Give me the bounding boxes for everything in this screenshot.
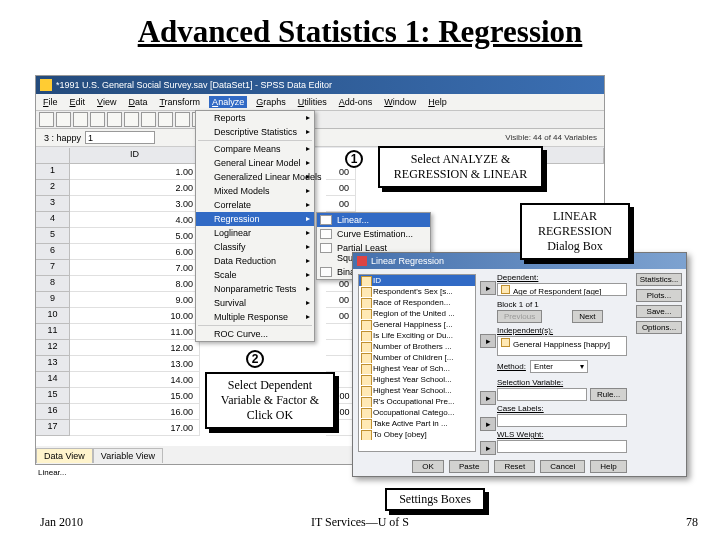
row-header[interactable]: 4 xyxy=(36,212,70,228)
menu-utilities[interactable]: Utilities xyxy=(295,96,330,108)
ok-button[interactable]: OK xyxy=(412,460,444,473)
row-header[interactable]: 16 xyxy=(36,404,70,420)
regression-item[interactable]: Linear... xyxy=(317,213,430,227)
analyze-item[interactable]: Compare Means xyxy=(196,142,314,156)
toolbar-find-icon[interactable] xyxy=(158,112,173,127)
rule-button[interactable]: Rule... xyxy=(590,388,627,401)
independent-list[interactable]: General Happiness [happy] xyxy=(497,336,627,356)
analyze-dropdown-menu[interactable]: ReportsDescriptive StatisticsCompare Mea… xyxy=(195,110,315,342)
variable-item[interactable]: ID xyxy=(359,275,475,286)
plots-button[interactable]: Plots... xyxy=(636,289,682,302)
move-to-independent-button[interactable]: ▸ xyxy=(480,334,496,348)
row-header[interactable]: 11 xyxy=(36,324,70,340)
case-labels-field[interactable] xyxy=(497,414,627,427)
row-header[interactable]: 2 xyxy=(36,180,70,196)
toolbar-print-icon[interactable] xyxy=(73,112,88,127)
analyze-item[interactable]: General Linear Model xyxy=(196,156,314,170)
data-cell[interactable]: 11.00 xyxy=(70,324,200,340)
toolbar-goto-icon[interactable] xyxy=(141,112,156,127)
analyze-item[interactable]: Classify xyxy=(196,240,314,254)
row-header[interactable]: 15 xyxy=(36,388,70,404)
analyze-item[interactable]: Scale xyxy=(196,268,314,282)
cancel-button[interactable]: Cancel xyxy=(540,460,585,473)
toolbar-save-icon[interactable] xyxy=(56,112,71,127)
toolbar-redo-icon[interactable] xyxy=(124,112,139,127)
data-cell[interactable]: 00 xyxy=(326,180,356,196)
variable-item[interactable]: Occupational Catego... xyxy=(359,407,475,418)
variable-item[interactable]: Is Life Exciting or Du... xyxy=(359,330,475,341)
analyze-item[interactable]: Correlate xyxy=(196,198,314,212)
menu-addons[interactable]: Add-ons xyxy=(336,96,376,108)
move-to-selection-button[interactable]: ▸ xyxy=(480,391,496,405)
dependent-field[interactable]: Age of Respondent [age] xyxy=(497,283,627,296)
menu-graphs[interactable]: Graphs xyxy=(253,96,289,108)
analyze-item[interactable]: Descriptive Statistics xyxy=(196,125,314,139)
col-header-id[interactable]: ID xyxy=(70,148,200,164)
data-cell[interactable]: 7.00 xyxy=(70,260,200,276)
menu-edit[interactable]: Edit xyxy=(67,96,89,108)
toolbar-open-icon[interactable] xyxy=(39,112,54,127)
next-button[interactable]: Next xyxy=(572,310,602,323)
toolbar-undo-icon[interactable] xyxy=(107,112,122,127)
reset-button[interactable]: Reset xyxy=(494,460,535,473)
data-cell[interactable]: 2.00 xyxy=(70,180,200,196)
menu-transform[interactable]: Transform xyxy=(156,96,203,108)
variable-item[interactable]: To Obey [obey] xyxy=(359,429,475,440)
spss-menubar[interactable]: File Edit View Data Transform Analyze Gr… xyxy=(36,94,604,111)
analyze-item[interactable]: ROC Curve... xyxy=(196,327,314,341)
save-button[interactable]: Save... xyxy=(636,305,682,318)
data-cell[interactable]: 14.00 xyxy=(70,372,200,388)
row-header[interactable]: 5 xyxy=(36,228,70,244)
menu-help[interactable]: Help xyxy=(425,96,450,108)
analyze-item[interactable]: Regression xyxy=(196,212,314,226)
variable-item[interactable]: Highest Year of Sch... xyxy=(359,363,475,374)
method-dropdown[interactable]: Enter▾ xyxy=(530,360,588,373)
row-header[interactable]: 7 xyxy=(36,260,70,276)
analyze-item[interactable]: Reports xyxy=(196,111,314,125)
data-cell[interactable]: 12.00 xyxy=(70,340,200,356)
data-cell[interactable]: 15.00 xyxy=(70,388,200,404)
analyze-item[interactable]: Data Reduction xyxy=(196,254,314,268)
row-header[interactable]: 14 xyxy=(36,372,70,388)
statistics-button[interactable]: Statistics... xyxy=(636,273,682,286)
toolbar-chart-icon[interactable] xyxy=(175,112,190,127)
row-header[interactable]: 17 xyxy=(36,420,70,436)
data-cell[interactable]: 17.00 xyxy=(70,420,200,436)
data-cell[interactable]: 1.00 xyxy=(70,164,200,180)
help-button[interactable]: Help xyxy=(590,460,626,473)
previous-button[interactable]: Previous xyxy=(497,310,542,323)
variable-item[interactable]: Take Active Part in ... xyxy=(359,418,475,429)
variable-item[interactable]: R's Occupational Pre... xyxy=(359,396,475,407)
data-cell[interactable]: 5.00 xyxy=(70,228,200,244)
analyze-item[interactable]: Survival xyxy=(196,296,314,310)
toolbar-cut-icon[interactable] xyxy=(90,112,105,127)
move-to-caselabels-button[interactable]: ▸ xyxy=(480,417,496,431)
menu-view[interactable]: View xyxy=(94,96,119,108)
data-cell[interactable]: 4.00 xyxy=(70,212,200,228)
move-to-wls-button[interactable]: ▸ xyxy=(480,441,496,455)
options-button[interactable]: Options... xyxy=(636,321,682,334)
paste-button[interactable]: Paste xyxy=(449,460,489,473)
wls-weight-field[interactable] xyxy=(497,440,627,453)
data-cell[interactable]: 8.00 xyxy=(70,276,200,292)
variable-item[interactable]: Number of Brothers ... xyxy=(359,341,475,352)
variable-item[interactable]: Respondent's Sex [s... xyxy=(359,286,475,297)
row-header[interactable]: 13 xyxy=(36,356,70,372)
row-header[interactable]: 1 xyxy=(36,164,70,180)
data-cell[interactable]: 10.00 xyxy=(70,308,200,324)
variable-item[interactable]: Region of the United ... xyxy=(359,308,475,319)
row-header[interactable]: 9 xyxy=(36,292,70,308)
variable-item[interactable]: Race of Responden... xyxy=(359,297,475,308)
data-cell[interactable]: 00 xyxy=(326,196,356,212)
row-header[interactable]: 3 xyxy=(36,196,70,212)
data-cell[interactable]: 3.00 xyxy=(70,196,200,212)
move-to-dependent-button[interactable]: ▸ xyxy=(480,281,496,295)
cell-value-input[interactable] xyxy=(85,131,155,144)
data-cell[interactable]: 16.00 xyxy=(70,404,200,420)
menu-file[interactable]: File xyxy=(40,96,61,108)
data-cell[interactable]: 9.00 xyxy=(70,292,200,308)
variable-item[interactable]: Number of Children [... xyxy=(359,352,475,363)
row-header[interactable]: 10 xyxy=(36,308,70,324)
variable-item[interactable]: Highest Year School... xyxy=(359,374,475,385)
variable-item[interactable]: General Happiness [... xyxy=(359,319,475,330)
